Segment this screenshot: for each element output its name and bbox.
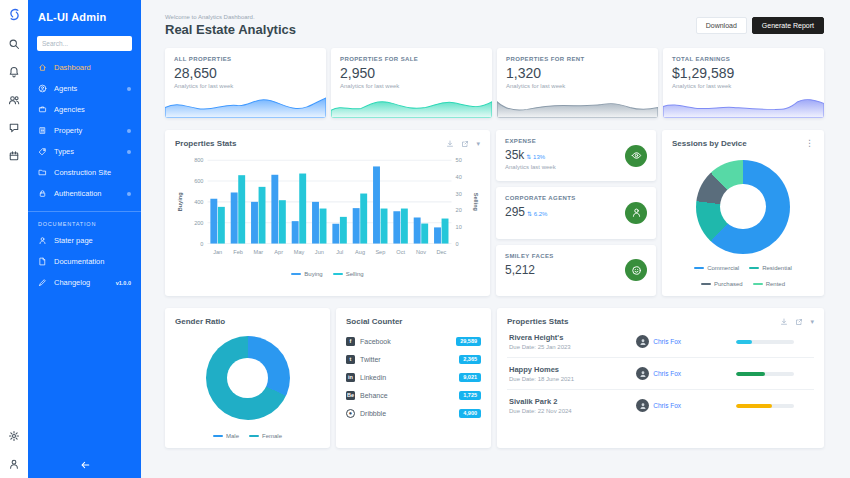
legend-item-rented: Rented (753, 281, 785, 287)
kpi-card-corporate-agents: CORPORATE AGENTS295⇅ 6.2% (496, 187, 656, 238)
calendar-icon[interactable] (8, 150, 20, 162)
progress-track (736, 340, 794, 344)
sidebar-item-label: Agencies (54, 105, 85, 114)
kpi-action-button[interactable] (625, 259, 647, 281)
middle-row: Properties Stats ▾ 020040060080001020304… (165, 130, 824, 296)
social-count-badge: 29,589 (456, 337, 481, 346)
svg-text:Sep: Sep (375, 249, 385, 255)
card-title: Social Counter (346, 317, 402, 326)
sidebar-item-construction-site[interactable]: Construction Site (28, 162, 141, 183)
sidebar-item-types[interactable]: Types (28, 141, 141, 162)
kpi-action-button[interactable] (625, 202, 647, 224)
home-icon (38, 63, 47, 72)
download-icon[interactable] (446, 140, 454, 148)
agent-link[interactable]: Chris Fox (653, 402, 681, 409)
properties-stats-chart-card: Properties Stats ▾ 020040060080001020304… (165, 130, 490, 296)
property-row-rivera-height-s: Rivera Height'sDue Date: 25 Jan 2023Chri… (507, 326, 814, 358)
external-link-icon[interactable] (795, 318, 803, 326)
card-header: Properties Stats ▾ (175, 139, 480, 148)
file-icon (38, 257, 47, 266)
stat-sparkline (165, 95, 326, 118)
svg-text:20: 20 (456, 207, 462, 213)
property-agent: Chris Fox (636, 335, 736, 348)
social-row-behance[interactable]: BeBehance1,725 (346, 386, 481, 404)
lock-icon (38, 189, 47, 198)
donut-wrap (672, 148, 814, 265)
sidebar-item-label: Documentation (54, 257, 104, 266)
users-icon[interactable] (8, 94, 20, 106)
legend-item-residential: Residential (749, 265, 792, 271)
sidebar-item-agents[interactable]: Agents (28, 78, 141, 99)
search-icon[interactable] (8, 38, 20, 50)
legend-label: Male (226, 433, 239, 439)
folder-icon (38, 168, 47, 177)
external-link-icon[interactable] (461, 140, 469, 148)
property-name: Sivalik Park 2 (509, 397, 636, 406)
gear-icon[interactable] (8, 430, 20, 442)
social-row-dribbble[interactable]: ●Dribbble4,900 (346, 404, 481, 422)
sidebar-collapse-button[interactable] (79, 459, 91, 471)
bell-icon[interactable] (8, 66, 20, 78)
social-count-badge: 4,900 (459, 409, 481, 418)
generate-report-button[interactable]: Generate Report (752, 17, 824, 34)
chevron-down-icon[interactable]: ▾ (476, 140, 480, 147)
sidebar-item-label: Property (54, 126, 82, 135)
legend-item-buying: Buying (291, 271, 322, 277)
card-title: Properties Stats (507, 317, 568, 326)
property-due-date: Due Date: 18 June 2021 (509, 376, 636, 382)
stat-card-caption: Analytics for last week (174, 83, 317, 89)
svg-text:Apr: Apr (274, 249, 283, 255)
sidebar-item-stater-page[interactable]: Stater page (28, 230, 141, 251)
version-badge: v1.0.0 (116, 280, 131, 286)
sidebar-item-dashboard[interactable]: Dashboard (28, 57, 141, 78)
progress-track (736, 372, 794, 376)
chevron-down-icon[interactable]: ▾ (810, 318, 814, 325)
property-name: Rivera Height's (509, 333, 636, 342)
kpi-delta: ⇅ 6.2% (527, 211, 547, 217)
behance-icon: Be (346, 391, 355, 400)
card-tools: ▾ (780, 318, 814, 326)
gender-donut-chart (206, 336, 290, 420)
legend-item-female: Female (249, 433, 282, 439)
svg-text:Jun: Jun (315, 249, 324, 255)
brand-title: AL-UI Admin (28, 0, 141, 32)
tag-icon (38, 147, 47, 156)
sidebar-item-label: Agents (54, 84, 77, 93)
sidebar-item-documentation[interactable]: Documentation (28, 251, 141, 272)
download-button[interactable]: Download (696, 17, 747, 34)
linkedin-icon: in (346, 373, 355, 382)
svg-text:600: 600 (194, 178, 203, 184)
social-row-linkedin[interactable]: inLinkedin9,021 (346, 368, 481, 386)
donut-wrap (175, 326, 320, 430)
chat-icon[interactable] (8, 122, 20, 134)
sidebar-item-changelog[interactable]: Changelogv1.0.0 (28, 272, 141, 293)
user-circle-icon (38, 84, 47, 93)
property-progress (736, 404, 812, 408)
briefcase-icon (38, 105, 47, 114)
stat-card-label: PROPERTIES FOR SALE (340, 56, 483, 62)
download-icon[interactable] (780, 318, 788, 326)
social-row-facebook[interactable]: fFacebook29,589 (346, 332, 481, 350)
social-row-twitter[interactable]: tTwitter2,365 (346, 350, 481, 368)
sidebar-item-agencies[interactable]: Agencies (28, 99, 141, 120)
avatar (636, 335, 649, 348)
stat-card-label: TOTAL EARNINGS (672, 56, 815, 62)
submenu-indicator-icon (127, 87, 131, 91)
sidebar-item-property[interactable]: Property (28, 120, 141, 141)
stat-card-properties-for-rent: PROPERTIES FOR RENT1,320Analytics for la… (497, 48, 658, 118)
stat-sparkline (497, 95, 658, 118)
eye-icon (631, 150, 642, 161)
person-icon (639, 338, 647, 346)
user-icon[interactable] (8, 458, 20, 470)
kpi-action-button[interactable] (625, 145, 647, 167)
social-name: Linkedin (360, 374, 386, 381)
legend-swatch (291, 273, 301, 276)
property-due-date: Due Date: 25 Jan 2023 (509, 344, 636, 350)
more-menu-icon[interactable]: ⋮ (805, 139, 814, 148)
sidebar-item-authentication[interactable]: Authentication (28, 183, 141, 204)
sidebar-search-input[interactable] (37, 36, 132, 51)
pencil-icon (38, 278, 47, 287)
user-icon (631, 207, 642, 218)
agent-link[interactable]: Chris Fox (653, 338, 681, 345)
agent-link[interactable]: Chris Fox (653, 370, 681, 377)
